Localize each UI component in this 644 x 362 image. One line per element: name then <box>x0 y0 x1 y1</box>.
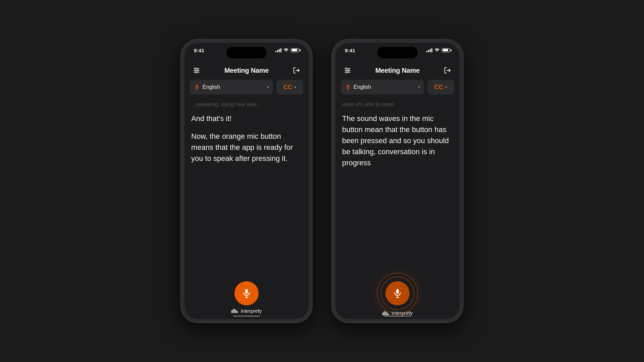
vol-down-button-1 <box>181 127 182 144</box>
wifi-icon-2 <box>434 48 440 53</box>
mic-language-icon-1 <box>194 84 200 90</box>
signal-bar-2 <box>277 50 278 52</box>
battery-icon-2 <box>442 48 450 52</box>
signal-bar-3 <box>279 49 280 52</box>
app-header-2: Meeting Name <box>335 61 460 80</box>
status-time-2: 9:41 <box>345 48 355 53</box>
chevron-down-icon-2: ▾ <box>418 85 420 89</box>
power-button-2 <box>462 97 463 117</box>
brand-underline-2 <box>384 316 411 316</box>
svg-point-4 <box>197 70 199 71</box>
battery-fill-1 <box>292 49 297 51</box>
signal-bars-2 <box>426 48 432 52</box>
chevron-down-icon-1: ▾ <box>267 85 269 89</box>
settings-icon-2[interactable] <box>342 65 353 76</box>
svg-rect-10 <box>245 289 248 294</box>
main-text-1: And that's it! Now, the orange mic butto… <box>191 113 302 164</box>
header-title-1: Meeting Name <box>224 67 269 74</box>
phone-1: 9:41 <box>181 40 312 322</box>
content-area-1: ...repeating, trying new way... And that… <box>184 98 309 286</box>
status-icons-2 <box>426 48 450 53</box>
paragraph-1-1: And that's it! <box>191 113 302 124</box>
svg-point-3 <box>195 68 196 69</box>
exit-icon-2[interactable] <box>442 65 453 76</box>
svg-rect-14 <box>232 309 233 313</box>
brand-underline-1 <box>233 316 260 316</box>
svg-point-24 <box>346 71 348 73</box>
dynamic-island-1 <box>226 47 267 58</box>
battery-icon-1 <box>291 48 299 52</box>
phone-2: 9:41 <box>332 40 463 322</box>
svg-rect-32 <box>382 312 383 315</box>
language-text-2: English <box>354 84 415 90</box>
signal-bar-8 <box>431 48 432 52</box>
paragraph-1-2: Now, the orange mic button means that th… <box>191 131 302 164</box>
cc-selector-2[interactable]: CC ▾ <box>427 80 454 95</box>
controls-bar-1: English ▾ CC ▾ <box>184 80 309 95</box>
exit-icon-1[interactable] <box>291 65 302 76</box>
svg-rect-15 <box>234 308 234 313</box>
main-text-2: The sound waves in the mic button mean t… <box>342 113 453 168</box>
cc-text-2: CC <box>434 84 443 91</box>
status-icons-1 <box>275 48 299 53</box>
faded-text-1: ...repeating, trying new way... <box>191 102 302 108</box>
controls-bar-2: English ▾ CC ▾ <box>335 80 460 95</box>
faded-text-2: when it's able to meet. <box>342 102 453 108</box>
bottom-area-1: interprefy <box>184 279 309 319</box>
language-selector-1[interactable]: English ▾ <box>190 80 273 95</box>
paragraph-2-1: The sound waves in the mic button mean t… <box>342 113 453 168</box>
power-button-1 <box>311 97 312 117</box>
svg-point-23 <box>348 70 350 71</box>
settings-icon-1[interactable] <box>191 65 202 76</box>
dynamic-island-2 <box>377 47 418 58</box>
svg-rect-13 <box>231 310 232 313</box>
battery-fill-2 <box>443 49 448 51</box>
status-time-1: 9:41 <box>194 48 204 53</box>
svg-rect-26 <box>347 85 349 87</box>
svg-rect-29 <box>396 289 399 294</box>
vol-down-button-2 <box>332 127 333 144</box>
svg-rect-16 <box>235 309 235 313</box>
vol-up-button-2 <box>332 107 333 123</box>
phone-frame-2: 9:41 <box>332 40 463 322</box>
brand-name-1: interprefy <box>241 308 262 314</box>
svg-rect-17 <box>236 310 236 313</box>
cc-selector-1[interactable]: CC ▾ <box>276 80 303 95</box>
language-text-1: English <box>203 84 264 90</box>
svg-rect-18 <box>237 311 238 313</box>
signal-bars-1 <box>275 48 281 52</box>
header-title-2: Meeting Name <box>375 67 420 74</box>
app-header-1: Meeting Name <box>184 61 309 80</box>
bottom-area-2: interprefy <box>335 279 460 319</box>
cc-text-1: CC <box>283 84 292 91</box>
mic-language-icon-2 <box>345 84 351 90</box>
svg-point-5 <box>195 71 197 73</box>
signal-bar-5 <box>426 51 427 52</box>
vol-up-button-1 <box>181 107 182 123</box>
mic-button-1[interactable] <box>234 281 259 305</box>
content-area-2: when it's able to meet. The sound waves … <box>335 98 460 286</box>
svg-rect-7 <box>196 85 198 87</box>
mute-button-1 <box>181 90 182 101</box>
signal-bar-1 <box>275 51 276 52</box>
chevron-down-icon-cc-2: ▾ <box>445 85 447 89</box>
signal-bar-6 <box>428 50 429 52</box>
phone-frame-1: 9:41 <box>181 40 312 322</box>
signal-bar-7 <box>430 49 431 52</box>
chevron-down-icon-cc-1: ▾ <box>294 85 296 89</box>
language-selector-2[interactable]: English ▾ <box>341 80 424 95</box>
brand-logo-1: interprefy <box>231 308 262 314</box>
wifi-icon-1 <box>283 48 289 53</box>
mic-button-2[interactable] <box>385 281 410 305</box>
signal-bar-4 <box>280 48 281 52</box>
svg-point-22 <box>345 68 347 69</box>
mute-button-2 <box>332 90 333 101</box>
